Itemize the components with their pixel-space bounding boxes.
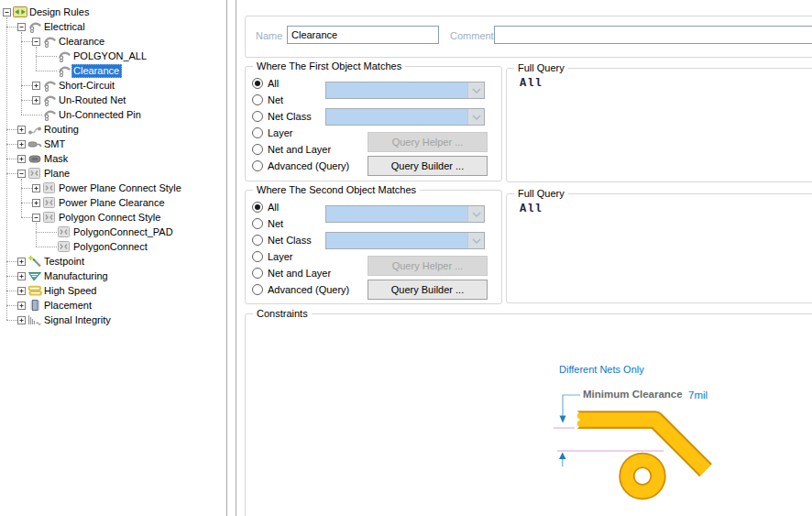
- tree-item[interactable]: Design Rules: [0, 5, 226, 19]
- query-builder-button[interactable]: Query Builder ...: [368, 156, 488, 176]
- rules-tree: Design RulesElectricalClearancePOLGYON_A…: [0, 0, 226, 327]
- radio-label: Layer: [268, 127, 293, 138]
- first-object-group: Where The First Object Matches AllNetNet…: [245, 66, 502, 181]
- tree-item-label: POLGYON_ALL: [71, 49, 149, 63]
- tree-item-label: Placement: [42, 299, 94, 313]
- tree-item[interactable]: Power Plane Connect Style: [0, 181, 226, 195]
- full-query-value: All: [520, 77, 543, 90]
- tree-item[interactable]: Short-Circuit: [0, 78, 226, 93]
- tree-item-label: Power Plane Connect Style: [57, 181, 184, 195]
- tree-item[interactable]: Manufacturing: [0, 269, 226, 283]
- plane-icon: [57, 225, 71, 238]
- expand-plus-icon[interactable]: [17, 316, 26, 324]
- rule-identity-group: Name Comment: [245, 16, 812, 58]
- tree-item-label: Polygon Connect Style: [57, 211, 163, 225]
- full-query-second-group: Full Query All: [506, 193, 812, 303]
- tree-item[interactable]: PolygonConnect: [0, 239, 226, 254]
- tree-item[interactable]: Signal Integrity: [0, 313, 226, 327]
- tree-item[interactable]: Un-Routed Net: [0, 93, 226, 107]
- query-helper-button[interactable]: Query Helper ...: [368, 256, 488, 276]
- plane-icon: [42, 211, 57, 224]
- tree-item[interactable]: Placement: [0, 298, 226, 313]
- collapse-minus-icon[interactable]: [32, 38, 40, 46]
- electrical-rule-icon: [42, 93, 57, 106]
- radio-label: Advanced (Query): [268, 160, 349, 171]
- tree-item[interactable]: Routing: [0, 122, 226, 137]
- collapse-minus-icon[interactable]: [17, 170, 26, 178]
- collapse-minus-icon[interactable]: [17, 23, 26, 31]
- electrical-rule-icon: [27, 20, 42, 33]
- tree-item-label: High Speed: [42, 284, 100, 298]
- tree-item-label: Design Rules: [27, 5, 92, 19]
- collapse-minus-icon[interactable]: [32, 214, 40, 222]
- tree-item-label: Testpoint: [42, 255, 87, 269]
- expand-plus-icon[interactable]: [17, 140, 26, 148]
- expand-plus-icon[interactable]: [17, 258, 26, 266]
- electrical-rule-icon: [42, 79, 57, 92]
- electrical-rule-icon: [57, 64, 71, 77]
- name-label: Name: [256, 30, 282, 41]
- expand-plus-icon[interactable]: [17, 302, 26, 310]
- rule-editor-panel: Name Comment Where The First Object Matc…: [236, 0, 812, 516]
- query-helper-button[interactable]: Query Helper ...: [368, 132, 488, 152]
- radio-label: Net: [268, 94, 283, 105]
- tree-item[interactable]: Clearance: [0, 34, 226, 49]
- chevron-down-icon: [467, 82, 484, 98]
- radio-label: Net and Layer: [268, 144, 331, 155]
- net-class-dropdown[interactable]: [325, 232, 485, 249]
- tree-item[interactable]: Mask: [0, 151, 226, 166]
- tree-item-label: Signal Integrity: [42, 313, 114, 327]
- radio-label: Layer: [268, 251, 293, 262]
- radio-label: All: [268, 78, 279, 89]
- tree-item[interactable]: Polygon Connect Style: [0, 210, 226, 225]
- group-caption: Where The First Object Matches: [253, 60, 405, 72]
- group-caption: Where The Second Object Matches: [253, 184, 420, 196]
- radio-label: Net: [268, 218, 283, 229]
- radio-button-icon: [252, 111, 263, 122]
- tree-item[interactable]: Un-Connected Pin: [0, 107, 226, 122]
- group-caption: Full Query: [514, 62, 568, 74]
- tree-item[interactable]: Clearance: [0, 63, 226, 78]
- radio-button-icon: [252, 202, 263, 213]
- tree-item[interactable]: Plane: [0, 166, 226, 181]
- collapse-minus-icon[interactable]: [3, 8, 11, 16]
- expand-plus-icon[interactable]: [32, 199, 40, 207]
- group-caption: Constraints: [253, 308, 312, 320]
- expand-plus-icon[interactable]: [17, 287, 26, 295]
- tree-item[interactable]: PolygonConnect_PAD: [0, 225, 226, 239]
- tree-item[interactable]: POLGYON_ALL: [0, 49, 226, 63]
- net-dropdown[interactable]: [325, 82, 485, 99]
- rules-tree-panel: Design RulesElectricalClearancePOLGYON_A…: [0, 0, 227, 516]
- tree-item-label: SMT: [42, 137, 68, 151]
- mask-icon: [27, 152, 42, 165]
- expand-plus-icon[interactable]: [17, 155, 26, 163]
- tree-item-label: Electrical: [42, 20, 88, 34]
- electrical-rule-icon: [42, 108, 57, 121]
- tree-item[interactable]: Electrical: [0, 19, 226, 34]
- chevron-down-icon: [467, 233, 484, 248]
- tree-item[interactable]: Testpoint: [0, 254, 226, 269]
- tree-item-label: Un-Routed Net: [57, 93, 128, 107]
- tree-item-label: Short-Circuit: [57, 79, 117, 93]
- net-dropdown[interactable]: [325, 205, 485, 223]
- clearance-diagram: [514, 357, 812, 516]
- plane-icon: [42, 196, 57, 209]
- net-class-dropdown[interactable]: [325, 108, 485, 126]
- query-builder-button[interactable]: Query Builder ...: [368, 280, 488, 300]
- expand-plus-icon[interactable]: [32, 82, 40, 90]
- radio-label: Advanced (Query): [268, 284, 349, 295]
- design-rules-icon: [13, 5, 27, 18]
- chevron-down-icon: [467, 109, 484, 125]
- tree-item[interactable]: SMT: [0, 137, 226, 151]
- tree-item[interactable]: High Speed: [0, 283, 226, 298]
- rule-comment-input[interactable]: [494, 26, 812, 44]
- tree-item[interactable]: Power Plane Clearance: [0, 195, 226, 210]
- rule-name-input[interactable]: [287, 26, 439, 44]
- radio-button-icon: [252, 144, 263, 155]
- expand-plus-icon[interactable]: [17, 272, 26, 280]
- tree-item-label: Routing: [42, 123, 82, 137]
- comment-label: Comment: [450, 30, 494, 41]
- expand-plus-icon[interactable]: [17, 126, 26, 134]
- expand-plus-icon[interactable]: [32, 96, 40, 104]
- expand-plus-icon[interactable]: [32, 184, 40, 192]
